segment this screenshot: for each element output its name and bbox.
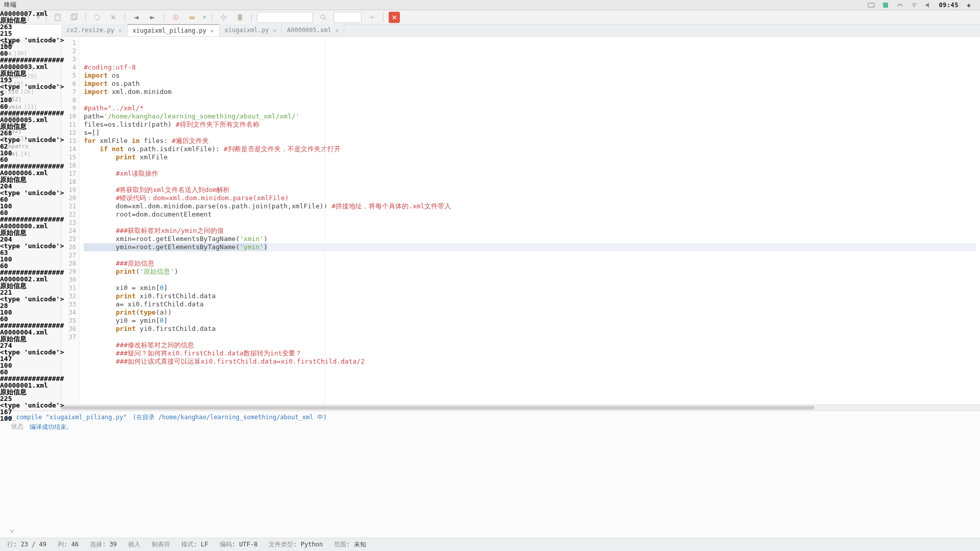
- var-row[interactable]: xml [4]: [2, 150, 59, 158]
- code-line[interactable]: yi0 = ymin[0]: [84, 317, 976, 325]
- goto-line-input[interactable]: [333, 12, 362, 23]
- var-row[interactable]: bpatrs: [2, 142, 59, 150]
- var-row[interactable]: 导出: [2, 111, 59, 119]
- var-row[interactable]: path [7]: [2, 65, 59, 73]
- settings-icon[interactable]: [218, 12, 230, 23]
- var-row[interactable]: [8]: [2, 57, 59, 65]
- activity-icon[interactable]: [881, 1, 890, 9]
- close-icon[interactable]: ✕: [118, 27, 122, 34]
- code-token: ): [174, 268, 178, 275]
- tab-A0000005-xml[interactable]: A0000005.xml✕: [282, 24, 344, 36]
- apple-icon[interactable]: ◆: [965, 1, 973, 9]
- code-line[interactable]: a= xi0.firstChild.data: [84, 300, 976, 308]
- code-line[interactable]: files=os.listdir(path) #得到文件夹下所有文件名称: [84, 121, 976, 129]
- status-tabs[interactable]: 制表符: [152, 540, 170, 549]
- var-row[interactable]: [32]: [2, 127, 59, 135]
- code-line[interactable]: ###如何让该式直接可以运算xi0.firstChild.data=xi0.fi…: [84, 357, 976, 366]
- code-line[interactable]: print xmlFile: [84, 153, 976, 161]
- line-number: 15: [61, 153, 76, 161]
- close-icon[interactable]: ✕: [210, 28, 214, 34]
- goto-icon[interactable]: [366, 12, 378, 23]
- code-line[interactable]: print xi0.firstChild.data: [84, 292, 976, 300]
- wifi-icon[interactable]: [910, 1, 918, 9]
- code-line[interactable]: ymin=root.getElementsByTagName('ymin'): [84, 243, 976, 251]
- code-line[interactable]: print yi0.firstChild.data: [84, 325, 976, 333]
- code-line[interactable]: ###疑问？如何将xi0.firstChild.data数据转为int变量？: [84, 349, 976, 357]
- search-icon[interactable]: [317, 12, 329, 23]
- var-row[interactable]: root [19]: [2, 73, 59, 80]
- code-line[interactable]: [84, 161, 976, 170]
- var-row[interactable]: [52]: [2, 95, 59, 103]
- code-line[interactable]: [84, 276, 976, 284]
- var-meta: [30]: [14, 50, 28, 57]
- var-name: dom: [8, 120, 18, 127]
- line-number: 36: [61, 325, 76, 333]
- close-file-icon[interactable]: [107, 12, 119, 23]
- build-icon[interactable]: [186, 12, 198, 23]
- var-row[interactable]: os [3]: [2, 135, 59, 142]
- tab-label: xiugaixml.py: [225, 27, 269, 34]
- compile-icon[interactable]: [170, 12, 182, 23]
- code-editor[interactable]: 1234567891011121314151617181920212223242…: [61, 37, 980, 411]
- code-line[interactable]: path='/home/kanghao/learning_something/a…: [84, 112, 976, 121]
- line-number: 35: [61, 317, 76, 325]
- code-line[interactable]: #xml读取操作: [84, 170, 976, 178]
- code-line[interactable]: [84, 96, 976, 104]
- code-line[interactable]: print('原始信息'): [84, 268, 976, 276]
- var-row[interactable]: xi0 [28]: [2, 88, 59, 95]
- code-line[interactable]: ###修改标签对之间的信息: [84, 341, 976, 349]
- stop-button[interactable]: ✕: [389, 12, 400, 23]
- nav-forward-icon[interactable]: ►: [147, 12, 159, 23]
- console-status-label: 状态: [11, 422, 23, 431]
- code-area[interactable]: #coding:utf-8import osimport os.pathimpo…: [80, 37, 980, 411]
- clock[interactable]: 09:45: [939, 2, 959, 9]
- code-line[interactable]: ###原始信息: [84, 259, 976, 268]
- code-line[interactable]: [84, 251, 976, 259]
- var-row[interactable]: ymin [23]: [2, 103, 59, 111]
- keyboard-icon[interactable]: [867, 1, 875, 9]
- search-input[interactable]: [257, 12, 313, 23]
- line-number: 17: [61, 170, 76, 178]
- code-line[interactable]: print(type(a)): [84, 308, 976, 317]
- code-line[interactable]: xi0 = xmin[0]: [84, 284, 976, 292]
- run-icon[interactable]: [234, 12, 246, 23]
- network-icon[interactable]: [896, 1, 904, 9]
- code-line[interactable]: [84, 178, 976, 186]
- new-file-icon[interactable]: [3, 12, 15, 23]
- code-line[interactable]: #path="../xml/*: [84, 104, 976, 112]
- save-all-icon[interactable]: [68, 12, 80, 23]
- code-line[interactable]: [84, 333, 976, 341]
- code-line[interactable]: root=dom.documentElement: [84, 210, 976, 219]
- code-line[interactable]: for xmlFile in files: #遍历文件夹: [84, 137, 976, 145]
- tab-xiugaixml_piliang-py[interactable]: xiugaixml_piliang.py✕: [128, 24, 220, 36]
- nav-back-icon[interactable]: ◄: [130, 12, 142, 23]
- code-line[interactable]: if not os.path.isdir(xmlFile): #判断是否是文件夹…: [84, 145, 976, 153]
- code-line[interactable]: import os.path: [84, 80, 976, 88]
- reload-icon[interactable]: [91, 12, 103, 23]
- code-line[interactable]: ###获取标签对xmin/ymin之间的值: [84, 227, 976, 235]
- var-row[interactable]: s [9]: [2, 80, 59, 88]
- console-collapse-icon[interactable]: ⌄: [9, 523, 15, 534]
- code-line[interactable]: #错误代码：dom=xml.dom.minidom.parse(xmlFile): [84, 194, 976, 202]
- status-insert-mode[interactable]: 插入: [128, 540, 140, 549]
- code-token: yi0.firstChild.data: [136, 325, 216, 332]
- var-row[interactable]: a [30]: [2, 50, 59, 57]
- volume-icon[interactable]: [924, 1, 933, 9]
- close-icon[interactable]: ✕: [273, 27, 276, 34]
- open-file-icon[interactable]: [19, 12, 32, 23]
- code-line[interactable]: import xml.dom.minidom: [84, 88, 976, 96]
- code-line[interactable]: [84, 219, 976, 227]
- var-row[interactable]: dom [4]: [2, 119, 59, 127]
- close-icon[interactable]: ✕: [336, 27, 339, 34]
- code-line[interactable]: xmin=root.getElementsByTagName('xmin'): [84, 235, 976, 243]
- code-line[interactable]: #coding:utf-8: [84, 63, 976, 71]
- tab-cv2-resize-py[interactable]: cv2.resize.py✕: [61, 24, 128, 36]
- save-icon[interactable]: [52, 12, 64, 23]
- code-line[interactable]: import os: [84, 71, 976, 80]
- tab-xiugaixml-py[interactable]: xiugaixml.py✕: [220, 24, 282, 36]
- horizontal-scrollbar[interactable]: [61, 404, 980, 411]
- code-line[interactable]: #将获取到的xml文件名送入到dom解析: [84, 186, 976, 194]
- scrollbar-thumb[interactable]: [61, 406, 815, 410]
- code-line[interactable]: s=[]: [84, 129, 976, 137]
- code-line[interactable]: dom=xml.dom.minidom.parse(os.path.join(p…: [84, 202, 976, 210]
